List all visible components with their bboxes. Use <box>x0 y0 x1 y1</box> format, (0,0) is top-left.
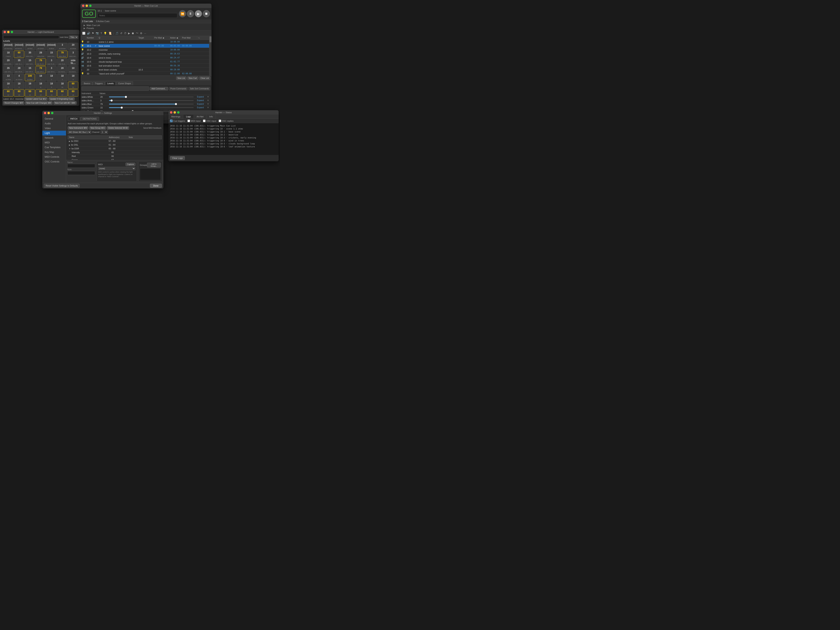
light-cell[interactable]: 35sides.Inte... <box>25 51 35 58</box>
notes-field[interactable] <box>98 13 177 18</box>
more-icon[interactable]: ··· <box>144 32 147 35</box>
cue-triggers-check[interactable]: Cue triggers <box>170 120 185 122</box>
tab-basics[interactable]: Basics <box>82 81 92 85</box>
light-cell[interactable]: 6013 <box>14 89 24 96</box>
scroll-thumb[interactable] <box>210 36 212 42</box>
settings-nav-item-osc-controls[interactable]: OSC Controls <box>42 159 66 164</box>
note-input[interactable] <box>67 171 95 175</box>
safe-sort-btn[interactable]: Safe Sort Commands <box>188 87 210 90</box>
level-slider[interactable] <box>109 104 194 104</box>
light-cell[interactable]: (mixed)all.Blue <box>46 43 57 50</box>
midi-note-select[interactable]: (none) <box>98 167 136 170</box>
copy-icon[interactable]: ⬜ <box>82 32 86 35</box>
tab-info[interactable]: Info <box>207 115 216 118</box>
tab-levels[interactable]: Levels <box>105 81 116 85</box>
new-cue-changes-btn[interactable]: New Cue with Changes ⌘N <box>25 101 53 105</box>
light-cell[interactable]: 6018 <box>68 89 78 96</box>
table-row[interactable]: 💡 10-2 moonrise 10:00.00 <box>81 48 209 52</box>
light-cell[interactable]: 79sides.Blue <box>57 51 67 58</box>
tab-artnet[interactable]: Art-Net <box>194 115 207 118</box>
midi-input-check[interactable]: MIDI input <box>188 120 201 122</box>
minimize-btn[interactable] <box>174 111 176 114</box>
osc-input-check[interactable]: OSC input <box>203 120 216 122</box>
light-cell[interactable]: 15side SLR... <box>25 58 35 66</box>
settings-nav-item-key-map[interactable]: Key Map <box>42 150 66 155</box>
light-cell[interactable]: 185 <box>3 82 13 89</box>
level-slider[interactable] <box>109 107 194 108</box>
light-cell[interactable]: 183 <box>57 74 67 81</box>
name-input[interactable] <box>67 164 95 168</box>
level-slider[interactable] <box>109 100 194 101</box>
table-row[interactable]: 🔊 10-3 crickets, early evening 00:10.63 <box>81 52 209 56</box>
light-cell[interactable]: 10bx.Intens... <box>68 66 78 73</box>
light-cell[interactable]: 3all.Amber <box>57 43 67 50</box>
light-cell[interactable]: 6017 <box>57 89 67 96</box>
light-cell[interactable]: 184 <box>68 74 78 81</box>
settings-nav-item-cue-templates[interactable]: Cue Templates <box>42 145 66 150</box>
close-btn[interactable] <box>44 112 46 114</box>
light-cell[interactable]: (mixed)all.Intensity <box>3 43 13 50</box>
play-btn[interactable]: ▶ <box>195 10 202 17</box>
light-cell[interactable]: 35side SR.I... <box>3 66 13 73</box>
tab-warnings[interactable]: Warnings <box>168 115 183 118</box>
light-cell[interactable]: 6012 <box>3 89 13 96</box>
minimize-btn[interactable] <box>7 31 9 33</box>
settings-nav-item-network[interactable]: Network <box>42 136 66 140</box>
script-icon[interactable]: 📜 <box>108 32 112 35</box>
light-cell[interactable]: (mixed)all.Red <box>25 43 35 50</box>
instrument-child-row[interactable]: Red 66 <box>68 154 162 158</box>
command-input[interactable] <box>82 87 149 91</box>
light-cell[interactable]: 100bx.Blue <box>25 74 35 81</box>
flag-icon[interactable]: ⚑ <box>91 32 95 35</box>
instrument-child-row[interactable]: Intensity 65 <box>68 150 162 154</box>
expand-btn[interactable]: Expand <box>194 99 206 101</box>
light-cell[interactable]: 18f warm <box>3 51 13 58</box>
expand-btn[interactable]: Expand <box>194 96 206 98</box>
expand-btn[interactable]: Expand <box>194 103 206 105</box>
light-cell[interactable]: 182 <box>46 74 57 81</box>
slider-thumb[interactable] <box>125 96 127 98</box>
light-cell[interactable]: 28sides.Red <box>36 51 46 58</box>
light-cell[interactable]: 13bx.Red <box>3 74 13 81</box>
add-to-group-btn[interactable]: Add to Group... <box>147 163 161 167</box>
light-cell[interactable]: 181 <box>36 74 46 81</box>
remove-btn[interactable]: ✕ <box>207 96 210 98</box>
light-cell[interactable]: 28side SR.R... <box>14 66 24 73</box>
instrument-row[interactable]: ▼bx DSR 65 - 68 <box>68 147 162 150</box>
light-cell[interactable]: 3side SL.B... <box>46 58 57 66</box>
settings-nav-item-midi[interactable]: MIDI <box>42 140 66 145</box>
tab-logs[interactable]: Logs <box>183 115 194 118</box>
clear-logs-btn[interactable]: Clear Logs <box>170 156 185 160</box>
osc-replies-check[interactable]: OSC replies <box>219 120 234 122</box>
active-cues-count[interactable]: 0 Active Cues <box>96 20 109 22</box>
settings-nav-item-general[interactable]: General <box>42 116 66 121</box>
light-cell[interactable]: 3side SR.A... <box>46 66 57 73</box>
light-cell[interactable]: 1810 <box>57 82 67 89</box>
light-cell[interactable]: 6014 <box>25 89 35 96</box>
memo-icon[interactable]: 🎵 <box>115 32 119 35</box>
light-cell[interactable]: 187 <box>25 82 35 89</box>
channel-select[interactable]: 1 <box>101 131 108 134</box>
rewind-btn[interactable]: ⏪ <box>179 10 186 17</box>
settings-nav-item-light[interactable]: Light <box>42 131 66 136</box>
new-group-btn[interactable]: New Group ⌘G <box>89 126 106 130</box>
instrument-row[interactable]: ▶bx DSL 61 - 64 <box>68 143 162 147</box>
light-cell[interactable]: side SL... <box>68 58 78 66</box>
fullscreen-btn[interactable] <box>89 5 92 7</box>
close-btn[interactable] <box>82 5 84 7</box>
light-icon[interactable]: 💡 <box>103 32 107 35</box>
revert-btn[interactable]: Revert Changes ⌘R <box>3 101 24 105</box>
stop-icon-small[interactable]: ⏹ <box>131 32 135 35</box>
level-slider[interactable] <box>109 96 194 97</box>
light-cell[interactable]: 79side SL.G... <box>36 58 46 66</box>
light-cell[interactable]: 20all.White <box>68 43 78 50</box>
table-scrollbar[interactable] <box>209 36 212 76</box>
close-btn[interactable] <box>170 111 172 114</box>
settings-nav-item-midi-controls[interactable]: MIDI Controls <box>42 155 66 159</box>
update-latest-btn[interactable]: Update Latest Cue ⌘U <box>24 97 47 101</box>
pause-btn[interactable]: ⏸ <box>187 10 194 17</box>
new-instrument-btn[interactable]: New Instrument ⌘N <box>68 126 88 130</box>
fullscreen-btn[interactable] <box>11 31 13 33</box>
play-icon[interactable]: ▶ <box>128 32 131 35</box>
light-cell[interactable]: 35side SL.I... <box>14 58 24 66</box>
